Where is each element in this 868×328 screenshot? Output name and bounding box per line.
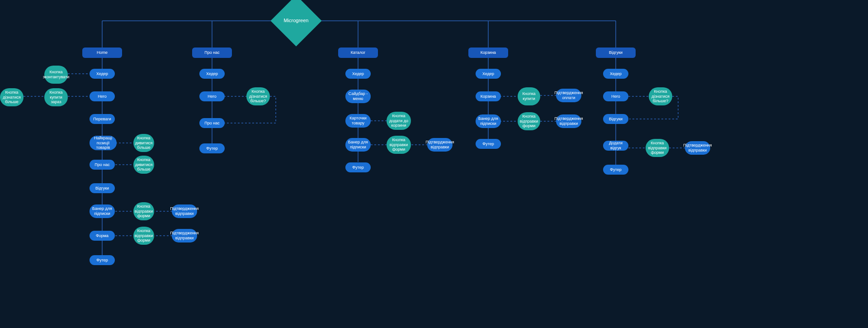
catalog-sidebar[interactable]: Сайдбар - меню — [345, 90, 371, 103]
cart-cart[interactable]: Корзина — [476, 91, 501, 101]
reviews-header[interactable]: Хедер — [603, 69, 628, 79]
home-more2[interactable]: Кнопка дивитися більше — [133, 156, 154, 174]
home-footer[interactable]: Футер — [90, 255, 115, 265]
reviews-add[interactable]: Додати відгук — [603, 141, 628, 151]
reviews-send-btn[interactable]: Кнопка відправки форми — [646, 139, 669, 157]
home-send1[interactable]: Кнопка відправки форми — [133, 202, 154, 220]
catalog-header[interactable]: Хедер — [345, 69, 371, 79]
branch-reviews[interactable]: Відгуки — [596, 48, 636, 58]
home-contact-btn[interactable]: Кнопка зконтактувати — [44, 66, 68, 84]
home-benefits[interactable]: Переваги — [90, 114, 115, 124]
cart-banner[interactable]: Банер для підписки — [476, 114, 501, 128]
home-header[interactable]: Хедер — [90, 69, 115, 79]
diagram-canvas: Microgreen Home Про нас Каталог Корзина … — [0, 0, 868, 328]
about-about[interactable]: Про нас — [199, 118, 225, 128]
home-best[interactable]: Найкращі позиції товарів — [90, 136, 117, 150]
home-more1[interactable]: Кнопка дивитися більше — [133, 134, 154, 152]
catalog-footer[interactable]: Футер — [345, 162, 371, 172]
branch-about[interactable]: Про нас — [192, 48, 232, 58]
reviews-reviews[interactable]: Відгуки — [603, 114, 628, 124]
root-node[interactable]: Microgreen — [270, 0, 321, 47]
reviews-footer[interactable]: Футер — [603, 165, 628, 175]
reviews-learn-btn[interactable]: Кнопка дізнатися більше? — [649, 87, 672, 105]
cart-send-btn[interactable]: Кнопка відправки форми — [518, 112, 540, 130]
about-hero[interactable]: Hero — [199, 91, 225, 101]
home-hero[interactable]: Hero — [90, 91, 115, 101]
root-label: Microgreen — [283, 18, 308, 24]
cart-buy-btn[interactable]: Кнопка купити — [518, 87, 540, 105]
reviews-confirm[interactable]: Підтвердження відправки — [685, 141, 710, 155]
reviews-hero[interactable]: Hero — [603, 91, 628, 101]
cart-send-confirm[interactable]: Підтвердження відправки — [556, 114, 581, 128]
branch-home[interactable]: Home — [82, 48, 122, 58]
catalog-send-btn[interactable]: Кнопка відправки форми — [387, 136, 411, 154]
catalog-confirm[interactable]: Підтвердження відправки — [427, 138, 453, 152]
home-banner[interactable]: Банер для підписки — [90, 204, 115, 218]
about-learn-btn[interactable]: Кнопка дізнатися більше? — [246, 87, 270, 105]
home-about[interactable]: Про нас — [90, 160, 115, 170]
cart-header[interactable]: Хедер — [476, 69, 501, 79]
catalog-add-btn[interactable]: Кнопка додати до корзини — [387, 112, 411, 130]
about-header[interactable]: Хедер — [199, 69, 225, 79]
home-reviews[interactable]: Відгуки — [90, 183, 115, 193]
branch-catalog[interactable]: Каталог — [338, 48, 378, 58]
home-buy-btn[interactable]: Кнопка купити зараз — [44, 88, 68, 106]
home-form[interactable]: Форма — [90, 231, 115, 241]
home-confirm2[interactable]: Підтвердження відправки — [172, 229, 197, 242]
catalog-banner[interactable]: Банер для підписки — [345, 138, 371, 152]
branch-cart[interactable]: Корзина — [468, 48, 508, 58]
cart-footer[interactable]: Футер — [476, 139, 501, 149]
connectors — [0, 0, 868, 328]
catalog-card[interactable]: Карточки товару — [345, 114, 371, 128]
about-footer[interactable]: Футер — [199, 143, 225, 153]
home-learn-more[interactable]: Кнопка дізнатися більше — [0, 88, 24, 106]
cart-pay-confirm[interactable]: Підтвердження оплати — [556, 89, 581, 102]
home-send2[interactable]: Кнопка відправки форми — [133, 227, 154, 245]
home-confirm1[interactable]: Підтвердження відправки — [172, 204, 197, 218]
